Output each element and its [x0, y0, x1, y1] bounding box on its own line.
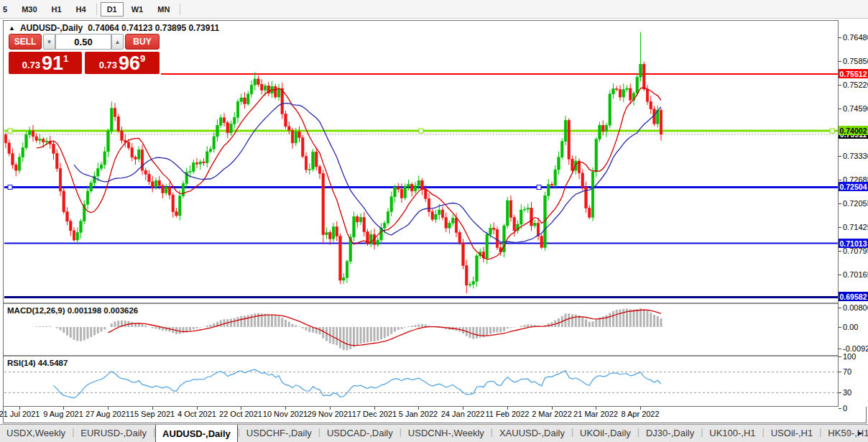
- candle-body: [127, 142, 130, 148]
- candle-body: [103, 152, 106, 165]
- timeframe-button-w1[interactable]: W1: [125, 2, 150, 17]
- candle-body: [73, 231, 75, 240]
- candle-body: [154, 180, 157, 187]
- tab-ukoil-daily[interactable]: UKOil-,Daily: [573, 425, 637, 442]
- candle-body: [619, 90, 622, 97]
- candle-body: [492, 228, 495, 229]
- sell-price-pip: 1: [63, 53, 68, 64]
- price-tick-label: 0.75220: [843, 80, 868, 89]
- date-label[interactable]: 24 Jan 2022: [441, 410, 485, 418]
- macd-tick-mark: [839, 349, 841, 349]
- date-label[interactable]: 21 Jul 2021: [0, 410, 40, 418]
- candle-body: [394, 188, 397, 197]
- sell-button[interactable]: SELL: [9, 34, 42, 50]
- candle-body: [274, 86, 277, 97]
- candle-body: [472, 282, 475, 285]
- hline-handle[interactable]: [8, 129, 12, 133]
- candle-body: [445, 218, 448, 229]
- candle-body: [63, 191, 65, 212]
- rsi-tick-mark: [839, 392, 841, 393]
- timeframe-button-m30[interactable]: M30: [15, 2, 43, 17]
- date-label[interactable]: 5 Jan 2022: [399, 410, 438, 418]
- sell-price-main: 91: [42, 55, 63, 73]
- buy-price-quote[interactable]: 0.73969: [85, 52, 160, 74]
- date-label[interactable]: 8 Apr 2022: [621, 410, 659, 418]
- lot-increase-button[interactable]: ▲: [111, 34, 124, 50]
- tab-usoil-h1[interactable]: USOil-,H1: [765, 425, 820, 442]
- buy-price-prefix: 0.73: [99, 60, 117, 70]
- price-tick-mark: [839, 227, 841, 228]
- rsi-panel-canvas[interactable]: [4, 356, 838, 405]
- candle-body: [612, 89, 615, 94]
- candle-body: [346, 262, 348, 278]
- candle-body: [25, 134, 28, 147]
- tab-audusd-daily[interactable]: AUDUSD-,Daily: [155, 424, 238, 442]
- timeframe-button-h1[interactable]: H1: [45, 2, 68, 17]
- tab-xauusd-daily[interactable]: XAUUSD-,Daily: [493, 425, 571, 442]
- tab-usdx-weekly[interactable]: USDX,Weekly: [0, 425, 72, 442]
- candle-body: [622, 90, 625, 97]
- timeframe-button-h4[interactable]: H4: [70, 2, 93, 17]
- date-label[interactable]: 29 Nov 2021: [308, 410, 352, 418]
- price-tick-mark: [839, 109, 841, 109]
- buy-button[interactable]: BUY: [125, 34, 160, 50]
- date-label[interactable]: 21 Mar 2022: [573, 410, 618, 418]
- timeframe-button-d1[interactable]: D1: [101, 2, 124, 17]
- hline-handle[interactable]: [8, 185, 12, 189]
- timeframe-button-5[interactable]: 5: [1, 2, 14, 17]
- date-label[interactable]: 2 Mar 2022: [532, 410, 572, 418]
- tab-usdcnh-weekly[interactable]: USDCNH-,Weekly: [402, 425, 491, 442]
- candle-body: [11, 154, 14, 165]
- candle-body: [209, 149, 212, 152]
- chart-bottom-border: [4, 406, 866, 407]
- hline-handle[interactable]: [830, 129, 834, 133]
- candle-body: [86, 191, 89, 204]
- lot-size-input[interactable]: [55, 34, 111, 50]
- rsi-tick-label: 100: [843, 352, 856, 361]
- date-label[interactable]: 17 Dec 2021: [352, 410, 397, 418]
- candle-body: [441, 210, 444, 217]
- price-tag-0.69582: 0.69582: [839, 292, 868, 301]
- candle-body: [312, 152, 315, 169]
- hline-handle[interactable]: [537, 185, 541, 189]
- candle-body: [158, 180, 161, 185]
- candle-body: [547, 184, 550, 195]
- tab-usdchf-daily[interactable]: USDCHF-,Daily: [240, 425, 318, 442]
- sell-price-quote[interactable]: 0.73911: [9, 52, 82, 74]
- tab-scroll-left-icon[interactable]: ◄: [844, 429, 851, 437]
- date-label[interactable]: 4 Oct 2021: [177, 410, 216, 418]
- date-label[interactable]: 11 Feb 2022: [486, 410, 530, 418]
- hline-handle[interactable]: [419, 129, 423, 133]
- date-label[interactable]: 22 Oct 2021: [219, 410, 262, 418]
- candle-body: [121, 131, 124, 140]
- timeframe-button-mn[interactable]: MN: [151, 2, 176, 17]
- candle-body: [540, 236, 543, 248]
- candle-body: [424, 189, 427, 198]
- tab-uk100-h1[interactable]: UK100-,H1: [703, 425, 762, 442]
- candle-body: [223, 118, 226, 123]
- candle-body: [137, 149, 140, 159]
- candle-body: [240, 98, 243, 101]
- date-label[interactable]: 10 Nov 2021: [263, 410, 308, 418]
- date-label[interactable]: 15 Sep 2021: [130, 410, 175, 418]
- lot-decrease-button[interactable]: ▼: [43, 34, 55, 50]
- tab-dj30-daily[interactable]: DJ30-,Daily: [640, 425, 701, 442]
- candle-body: [14, 165, 17, 170]
- candle-body: [533, 223, 536, 226]
- candle-body: [626, 88, 629, 90]
- date-label[interactable]: 27 Aug 2021: [86, 410, 130, 418]
- candle-body: [134, 157, 137, 160]
- one-click-panel-toggle-icon[interactable]: ▲: [9, 24, 15, 32]
- candle-body: [22, 148, 24, 157]
- candle-body: [489, 228, 492, 234]
- candle-body: [254, 79, 257, 85]
- candle-body: [550, 184, 553, 185]
- candle-body: [527, 208, 530, 209]
- tab-eurusd-daily[interactable]: EURUSD-,Daily: [74, 425, 153, 442]
- candle-body: [42, 139, 45, 142]
- tab-usdcad-daily[interactable]: USDCAD-,Daily: [320, 425, 400, 442]
- price-tag-0.74002: 0.74002: [839, 126, 868, 135]
- date-label[interactable]: 9 Aug 2021: [43, 410, 83, 418]
- tab-scroll-right-icon[interactable]: ►: [857, 429, 864, 437]
- macd-tick-label: 0.008061: [843, 303, 868, 312]
